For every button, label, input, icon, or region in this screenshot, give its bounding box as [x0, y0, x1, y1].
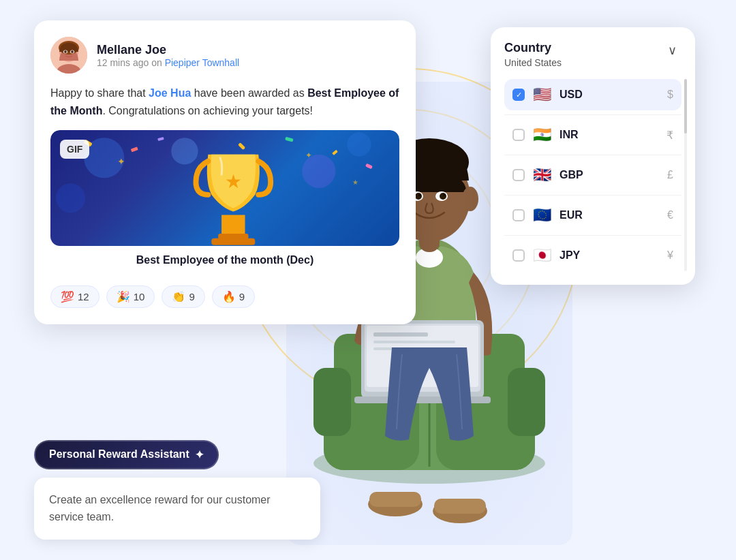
currency-item[interactable]: 🇬🇧GBP£ — [504, 159, 681, 191]
svg-point-28 — [440, 193, 446, 200]
post-image: GIF — [50, 130, 399, 246]
social-post-card: Mellane Joe 12 mins ago on Piepiper Town… — [34, 20, 416, 324]
currency-item[interactable]: 🇯🇵JPY¥ — [504, 240, 681, 271]
svg-point-27 — [415, 193, 422, 200]
time-text: 12 mins ago on — [97, 57, 162, 68]
svg-text:✦: ✦ — [117, 157, 125, 167]
post-header: Mellane Joe 12 mins ago on Piepiper Town… — [50, 37, 399, 74]
reaction-emoji: 🎉 — [117, 290, 130, 303]
reactions-row: 💯12🎉10👏9🔥9 — [50, 285, 399, 308]
svg-point-29 — [418, 193, 421, 196]
currency-symbol: € — [667, 209, 673, 221]
svg-rect-21 — [434, 499, 486, 514]
currency-code: INR — [559, 129, 658, 141]
currency-header: Country United States ∨ — [504, 41, 681, 68]
currency-card[interactable]: Country United States ∨ ✓🇺🇸USD$🇮🇳INR₹🇬🇧G… — [491, 27, 695, 285]
currency-divider — [504, 195, 681, 196]
currency-label-group: Country United States — [504, 41, 562, 68]
reaction-count: 10 — [134, 291, 145, 302]
currency-item[interactable]: 🇪🇺EUR€ — [504, 200, 681, 231]
ai-message-box: Create an excellence reward for our cust… — [34, 478, 320, 540]
svg-rect-52 — [238, 142, 245, 150]
flag-icon: 🇯🇵 — [533, 247, 551, 264]
currency-list: ✓🇺🇸USD$🇮🇳INR₹🇬🇧GBP£🇪🇺EUR€🇯🇵JPY¥ — [504, 79, 681, 271]
svg-point-43 — [171, 138, 198, 164]
svg-point-41 — [84, 138, 124, 178]
currency-checkbox — [512, 129, 525, 141]
caption-text: Best Employee of the month (Dec) — [136, 254, 313, 266]
svg-rect-49 — [332, 150, 338, 155]
reaction-count: 9 — [189, 291, 194, 302]
currency-divider — [504, 114, 681, 115]
body-text-1: Happy to share that — [50, 87, 149, 99]
currency-item[interactable]: 🇮🇳INR₹ — [504, 119, 681, 151]
reaction-emoji: 💯 — [61, 290, 74, 303]
svg-rect-6 — [313, 368, 351, 436]
currency-symbol: ₹ — [666, 129, 673, 142]
reaction-pill[interactable]: 👏9 — [162, 285, 204, 308]
reaction-pill[interactable]: 🎉10 — [106, 285, 155, 308]
flag-icon: 🇬🇧 — [533, 166, 551, 184]
reaction-count: 9 — [239, 291, 245, 302]
currency-item[interactable]: ✓🇺🇸USD$ — [504, 79, 681, 110]
confetti-area: ✦ ✦ ★ — [50, 130, 399, 246]
svg-rect-19 — [369, 492, 421, 507]
currency-checkbox — [512, 169, 525, 181]
gif-badge: GIF — [60, 140, 89, 159]
post-image-wrapper: GIF — [50, 130, 399, 275]
ai-stars-icon: ✦ — [195, 448, 204, 461]
currency-label: Country — [504, 41, 562, 55]
ai-badge-label: Personal Reward Assistant — [49, 448, 189, 461]
reaction-emoji: 👏 — [172, 290, 185, 303]
svg-point-45 — [56, 183, 85, 213]
reaction-pill[interactable]: 💯12 — [50, 285, 99, 308]
post-caption: Best Employee of the month (Dec) — [50, 246, 399, 275]
currency-checkbox — [512, 209, 525, 221]
body-text-3: . Congratulations on achieving your targ… — [102, 105, 313, 116]
currency-code: GBP — [559, 169, 659, 181]
ai-assistant-badge[interactable]: Personal Reward Assistant ✦ — [34, 440, 219, 469]
platform-link[interactable]: Piepiper Townhall — [165, 57, 239, 68]
currency-list-container: ✓🇺🇸USD$🇮🇳INR₹🇬🇧GBP£🇪🇺EUR€🇯🇵JPY¥ — [504, 79, 681, 271]
svg-text:★: ★ — [225, 171, 242, 192]
chevron-down-icon[interactable]: ∨ — [662, 41, 681, 60]
flag-icon: 🇺🇸 — [533, 86, 551, 104]
svg-point-30 — [443, 193, 446, 196]
avatar — [50, 37, 87, 74]
svg-rect-50 — [365, 164, 373, 170]
svg-rect-57 — [211, 238, 255, 245]
post-meta: Mellane Joe 12 mins ago on Piepiper Town… — [97, 43, 239, 68]
currency-divider — [504, 155, 681, 155]
svg-point-38 — [64, 50, 67, 53]
ai-assistant-card: Personal Reward Assistant ✦ Create an ex… — [34, 440, 320, 540]
currency-symbol: ¥ — [667, 249, 673, 262]
svg-rect-15 — [373, 341, 455, 343]
post-author: Mellane Joe — [97, 43, 239, 57]
svg-point-32 — [462, 187, 478, 211]
flag-icon: 🇪🇺 — [533, 206, 551, 224]
svg-point-42 — [302, 155, 335, 188]
svg-point-44 — [347, 132, 371, 156]
currency-symbol: £ — [667, 169, 673, 181]
currency-symbol: $ — [667, 89, 673, 101]
svg-text:✦: ✦ — [305, 151, 312, 160]
svg-point-39 — [71, 50, 74, 53]
body-highlight: Joe Hua — [149, 87, 191, 99]
reaction-count: 12 — [78, 291, 89, 302]
currency-checkbox — [512, 249, 525, 262]
flag-icon: 🇮🇳 — [533, 126, 551, 144]
currency-divider — [504, 235, 681, 236]
reaction-pill[interactable]: 🔥9 — [212, 285, 255, 308]
body-text-2: have been awarded as — [191, 87, 307, 99]
ai-message-text: Create an excellence reward for our cust… — [49, 491, 305, 526]
scrollbar-thumb — [684, 79, 687, 134]
svg-text:★: ★ — [352, 178, 358, 186]
currency-code: EUR — [559, 209, 659, 221]
scrollbar — [684, 79, 687, 271]
svg-rect-51 — [157, 137, 164, 141]
reaction-emoji: 🔥 — [222, 290, 236, 303]
currency-code: USD — [559, 89, 659, 101]
currency-value: United States — [504, 57, 562, 68]
currency-code: JPY — [559, 249, 659, 262]
svg-rect-14 — [373, 332, 428, 337]
